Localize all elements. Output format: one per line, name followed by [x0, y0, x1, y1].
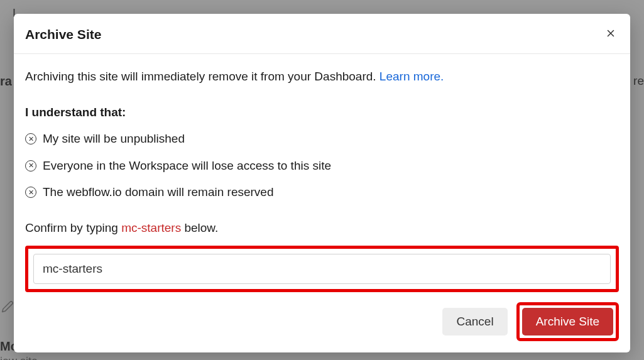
- modal-title: Archive Site: [25, 27, 101, 42]
- backdrop-fragment: re: [633, 74, 644, 88]
- modal-footer: Cancel Archive Site: [25, 302, 619, 341]
- intro-prefix: Archiving this site will immediately rem…: [25, 70, 379, 83]
- list-item: ✕ My site will be unpublished: [25, 130, 619, 148]
- site-name-highlight: mc-starters: [121, 221, 181, 234]
- confirm-prefix: Confirm by typing: [25, 221, 121, 234]
- list-item-label: Everyone in the Workspace will lose acce…: [43, 157, 331, 175]
- backdrop-fragment: ra: [0, 74, 12, 89]
- archive-site-button[interactable]: Archive Site: [522, 308, 613, 335]
- close-button[interactable]: [603, 25, 619, 43]
- cancel-button[interactable]: Cancel: [442, 308, 507, 335]
- confirm-input[interactable]: [33, 254, 611, 284]
- circle-x-icon: ✕: [25, 133, 36, 145]
- consequence-list: ✕ My site will be unpublished ✕ Everyone…: [25, 130, 619, 202]
- list-item: ✕ Everyone in the Workspace will lose ac…: [25, 157, 619, 175]
- primary-highlight-box: Archive Site: [516, 302, 619, 341]
- understand-heading: I understand that:: [25, 104, 619, 122]
- edit-icon: [1, 300, 14, 315]
- archive-site-modal: Archive Site Archiving this site will im…: [14, 14, 630, 352]
- learn-more-link[interactable]: Learn more.: [379, 70, 444, 83]
- intro-text: Archiving this site will immediately rem…: [25, 68, 619, 86]
- modal-header: Archive Site: [14, 14, 630, 54]
- modal-body: Archiving this site will immediately rem…: [14, 54, 630, 352]
- list-item-label: The webflow.io domain will remain reserv…: [43, 183, 274, 202]
- list-item: ✕ The webflow.io domain will remain rese…: [25, 183, 619, 202]
- circle-x-icon: ✕: [25, 160, 36, 172]
- close-icon: [605, 28, 616, 41]
- confirm-suffix: below.: [181, 221, 218, 234]
- circle-x-icon: ✕: [25, 187, 36, 198]
- list-item-label: My site will be unpublished: [43, 130, 185, 148]
- backdrop-fragment: iew site: [0, 355, 38, 360]
- input-highlight-box: [25, 246, 619, 292]
- confirm-instruction: Confirm by typing mc-starters below.: [25, 219, 619, 237]
